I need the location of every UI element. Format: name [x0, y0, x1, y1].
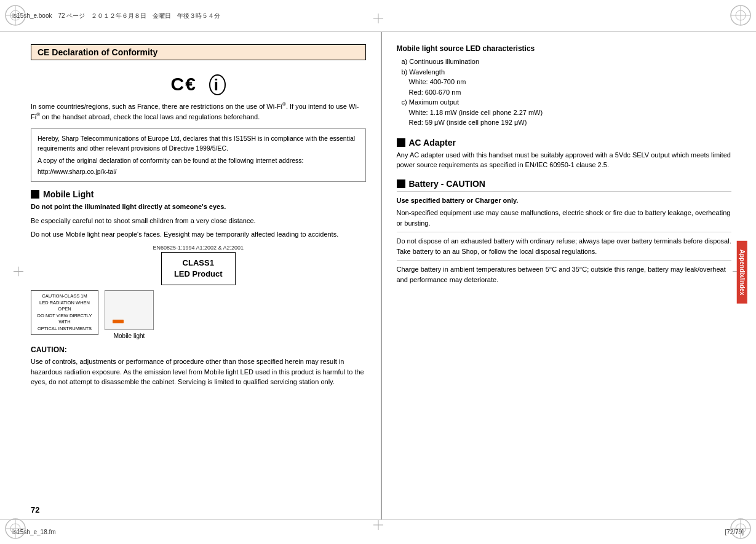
mobile-light-body1: Be especially careful not to shoot small…	[31, 216, 366, 226]
battery-charge: Charge battery in ambient temperatures b…	[397, 260, 732, 288]
led-char-c: c) Maximum output	[402, 97, 732, 108]
header-text: is15sh_e.book 72 ページ ２０１２年６月８日 金曜日 午後３時５…	[12, 12, 220, 20]
black-square-icon-3	[397, 179, 405, 188]
intro-text: In some countries/regions, such as Franc…	[31, 101, 366, 122]
ac-adapter-heading: AC Adapter	[397, 138, 732, 148]
mobile-light-area: CAUTION-CLASS 1M LED RADIATION WHEN OPEN…	[31, 290, 366, 339]
ac-adapter-title: AC Adapter	[409, 138, 456, 148]
black-square-icon-2	[397, 138, 405, 147]
ce-mark: C€	[171, 74, 197, 94]
led-char-a: a) Continuous illumination	[402, 57, 732, 67]
battery-disposal: Do not dispose of an exhausted battery w…	[397, 232, 732, 260]
led-type: LED Product	[174, 269, 223, 278]
caution-label-line1: CAUTION-CLASS 1M	[42, 293, 87, 299]
led-char-b: b) Wavelength	[402, 67, 732, 77]
max-output-red: Red: 59 μW (inside cell phone 192 μW)	[409, 117, 732, 128]
corner-decoration-br	[728, 516, 753, 541]
main-content: CE Declaration of Conformity C€ i In som…	[0, 32, 756, 519]
compliance-line1: Hereby, Sharp Telecommunications of Euro…	[38, 134, 359, 154]
compliance-box: Hereby, Sharp Telecommunications of Euro…	[31, 128, 366, 182]
corner-decoration-bl	[3, 516, 28, 541]
ce-declaration-box: CE Declaration of Conformity	[31, 44, 366, 60]
caution-label-line4: OPTICAL INSTRUMENTS	[38, 326, 92, 331]
black-square-icon	[31, 190, 39, 199]
phone-image: Mobile light	[105, 290, 154, 339]
led-standard-text: EN60825-1:1994 A1:2002 & A2:2001	[31, 245, 366, 251]
caution-label-line3: DO NOT VIEW DIRECTLY WITH	[38, 313, 92, 325]
ce-logo: C€ i	[31, 74, 366, 95]
left-column: CE Declaration of Conformity C€ i In som…	[0, 32, 381, 519]
compliance-line2: A copy of the original declaration of co…	[38, 156, 359, 166]
caution-label-box: CAUTION-CLASS 1M LED RADIATION WHEN OPEN…	[31, 290, 98, 335]
mobile-light-subheading: Do not point the illuminated light direc…	[31, 202, 366, 212]
crosshair-top	[373, 14, 383, 25]
i-mark: i	[209, 74, 226, 95]
caution-title: CAUTION:	[31, 345, 366, 354]
use-specified-body: Non-specified equipment use may cause ma…	[397, 208, 732, 228]
mobile-light-title: Mobile Light	[43, 189, 94, 199]
corner-decoration-tl	[3, 3, 28, 28]
crosshair-bottom	[373, 520, 383, 532]
battery-caution-heading: Battery - CAUTION	[397, 179, 732, 189]
battery-caution-title: Battery - CAUTION	[409, 179, 485, 189]
intro-text-content: In some countries/regions, such as Franc…	[31, 103, 359, 121]
ac-adapter-body: Any AC adapter used with this handset mu…	[397, 150, 732, 170]
mobile-light-source-heading: Mobile light source LED characteristics	[397, 44, 732, 53]
corner-decoration-tr	[728, 3, 753, 28]
led-class: CLASS1	[183, 258, 214, 267]
caution-section: CAUTION: Use of controls, adjustments or…	[31, 345, 366, 387]
use-specified-title: Use specified battery or Charger only.	[397, 195, 732, 206]
right-column: Mobile light source LED characteristics …	[382, 32, 757, 519]
appendix-tab: Appendix/Index	[736, 240, 747, 303]
mobile-light-body2: Do not use Mobile light near people's fa…	[31, 229, 366, 240]
caution-label-line2: LED RADIATION WHEN OPEN	[39, 300, 90, 312]
battery-use-specified: Use specified battery or Charger only. N…	[397, 191, 732, 232]
led-product-box: CLASS1 LED Product	[161, 252, 236, 285]
mobile-light-image-label: Mobile light	[105, 333, 154, 339]
led-product-container: EN60825-1:1994 A1:2002 & A2:2001 CLASS1 …	[31, 245, 366, 285]
compliance-line3: http://www.sharp.co.jp/k-tai/	[38, 167, 359, 177]
phone-placeholder	[105, 290, 154, 330]
mobile-light-heading: Mobile Light	[31, 189, 366, 199]
battery-disposal-text: Do not dispose of an exhausted battery w…	[397, 236, 732, 256]
battery-charge-text: Charge battery in ambient temperatures b…	[397, 264, 732, 285]
caution-body: Use of controls, adjustments or performa…	[31, 357, 366, 387]
ce-declaration-title: CE Declaration of Conformity	[38, 47, 359, 57]
max-output-white: White: 1.18 mW (inside cell phone 2.27 m…	[409, 108, 732, 118]
wavelength-red: Red: 600-670 nm	[409, 87, 732, 98]
wavelength-white: White: 400-700 nm	[409, 77, 732, 87]
